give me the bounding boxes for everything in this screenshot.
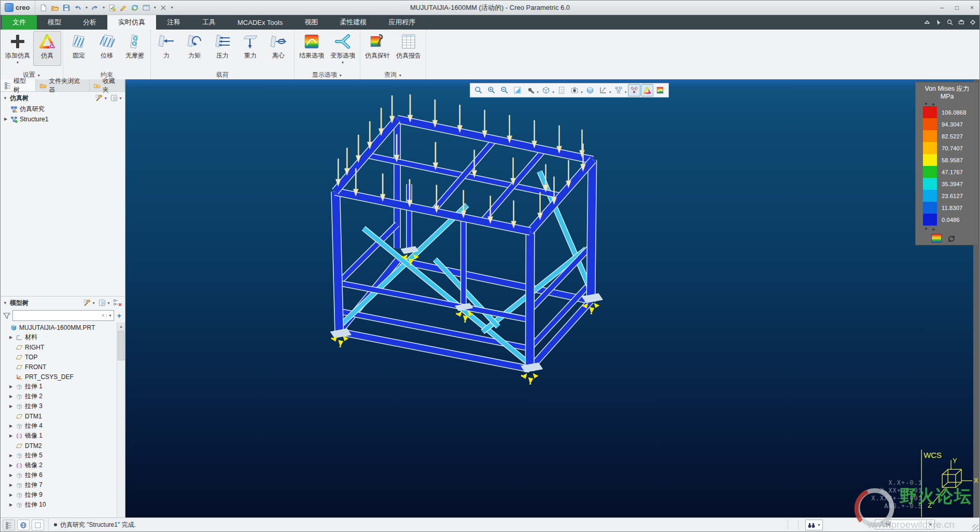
capture-icon[interactable] xyxy=(568,84,581,96)
expand-caret[interactable]: ▶ xyxy=(9,433,13,438)
sim-study-item[interactable]: 仿真研究 xyxy=(1,104,125,114)
model-tree-collapse-icon[interactable]: ▼ xyxy=(3,301,7,305)
legend-scroll-down-icon[interactable]: ▼ xyxy=(924,227,928,231)
tab-applications[interactable]: 应用程序 xyxy=(377,15,426,30)
displacement-constraint-button[interactable]: 位移 xyxy=(93,31,121,66)
simulation-probe-button[interactable]: 仿真探针 xyxy=(362,31,393,66)
saved-views-icon[interactable] xyxy=(540,84,552,96)
fixed-constraint-button[interactable]: 固定 xyxy=(65,31,93,66)
datum-display-icon[interactable] xyxy=(597,84,609,96)
undo-dropdown[interactable]: ▼ xyxy=(85,6,88,9)
tab-model-tree[interactable]: 模型树 xyxy=(1,79,36,91)
tab-model[interactable]: 模型 xyxy=(37,15,72,30)
spin-center-icon[interactable] xyxy=(524,84,537,96)
moment-load-button[interactable]: 力矩 xyxy=(180,31,208,66)
zoom-out-icon[interactable] xyxy=(498,84,511,96)
filter-funnel-icon[interactable] xyxy=(3,312,11,320)
expand-caret[interactable]: ▶ xyxy=(4,117,8,121)
tab-flexible-modeling[interactable]: 柔性建模 xyxy=(329,15,377,30)
window-dropdown[interactable]: ▼ xyxy=(153,6,157,9)
annotation-display-icon[interactable] xyxy=(612,84,625,96)
legend-refresh-icon[interactable] xyxy=(947,234,956,243)
display-style-icon[interactable] xyxy=(584,84,596,96)
selection-filter-dropdown[interactable]: 几何 ▼ xyxy=(875,520,935,529)
minimize-button[interactable]: – xyxy=(934,1,949,15)
tab-file[interactable]: 文件 xyxy=(2,15,37,30)
tab-mcadex-tools[interactable]: MCADEx Tools xyxy=(227,15,293,30)
expand-caret[interactable]: ▶ xyxy=(9,502,13,507)
print-icon[interactable] xyxy=(958,19,965,26)
tab-folder-browser[interactable]: 文件夹浏览器 xyxy=(36,79,90,91)
sim-structure-item[interactable]: ▶ Structure1 xyxy=(1,114,125,124)
simulate-toggle-icon[interactable] xyxy=(641,84,653,96)
expand-caret[interactable]: ▶ xyxy=(9,453,13,458)
connections-button[interactable] xyxy=(130,3,140,13)
tree-filter-input[interactable] xyxy=(13,312,100,319)
tree-item[interactable]: ▶ 镜像 1 xyxy=(1,431,117,441)
tree-item[interactable]: ▶ 拉伸 6 xyxy=(1,470,117,480)
tab-analysis[interactable]: 分析 xyxy=(72,15,107,30)
pressure-load-button[interactable]: 压力 xyxy=(208,31,236,66)
add-simulation-dropdown[interactable]: ▼ xyxy=(16,61,20,65)
redo-dropdown[interactable]: ▼ xyxy=(102,6,105,9)
browser-toggle-button[interactable] xyxy=(17,520,30,530)
tab-annotate[interactable]: 注释 xyxy=(156,15,191,30)
expand-caret[interactable]: ▶ xyxy=(9,394,13,399)
tree-item[interactable]: ▶ 镜像 2 xyxy=(1,460,117,470)
filter-dropdown[interactable]: ▼ xyxy=(106,314,114,317)
resize-grip[interactable] xyxy=(972,524,978,530)
sim-display-icon[interactable] xyxy=(628,84,640,96)
navigator-toggle-button[interactable] xyxy=(3,520,15,530)
model-tree-filter-button[interactable]: ▼ xyxy=(83,299,95,307)
tree-item[interactable]: ▶ FRONT xyxy=(1,362,117,372)
repaint-icon[interactable] xyxy=(511,84,524,96)
legend-scroll-up-icon[interactable]: ▲ xyxy=(931,102,935,106)
legend-scroll-up-icon[interactable]: ▲ xyxy=(931,227,935,231)
force-load-button[interactable]: 力 xyxy=(152,31,180,66)
window-switch-button[interactable] xyxy=(141,3,151,13)
selection-filter-caret[interactable]: ▼ xyxy=(926,520,934,529)
creo-logo[interactable]: creo xyxy=(1,1,35,15)
simulate-button[interactable]: 仿真 xyxy=(33,31,61,66)
fringe-icon[interactable] xyxy=(654,84,666,96)
add-filter-button[interactable]: + xyxy=(116,312,123,320)
tree-item[interactable]: ▶ TOP xyxy=(1,352,117,362)
tab-favorites[interactable]: 收藏夹 xyxy=(90,79,125,91)
tree-item[interactable]: ▶ 拉伸 5 xyxy=(1,451,117,460)
expand-caret[interactable]: ▶ xyxy=(9,384,13,389)
zoom-window-icon[interactable] xyxy=(472,84,485,96)
group-label-display-options[interactable]: 显示选项 ▼ xyxy=(296,70,358,80)
expand-caret[interactable]: ▶ xyxy=(9,493,13,497)
scroll-thumb[interactable] xyxy=(118,331,124,360)
tree-item[interactable]: ▶ DTM2 xyxy=(1,441,117,451)
collapse-ribbon-icon[interactable] xyxy=(923,19,931,26)
sim-tree-collapse-icon[interactable]: ▼ xyxy=(3,96,7,101)
tree-item[interactable]: ▶ RIGHT xyxy=(1,342,117,352)
tree-item[interactable]: ▶ 拉伸 3 xyxy=(1,401,117,411)
open-file-button[interactable] xyxy=(50,3,60,13)
tree-item[interactable]: ▶ DTM1 xyxy=(1,411,117,421)
model-check-button[interactable] xyxy=(107,3,117,13)
deformation-options-button[interactable]: 变形选项 ▼ xyxy=(327,31,358,66)
tab-tools[interactable]: 工具 xyxy=(191,15,227,30)
expand-caret[interactable]: ▶ xyxy=(9,335,13,340)
view-manager-icon[interactable] xyxy=(555,84,568,96)
tab-live-simulation[interactable]: 实时仿真 xyxy=(107,15,156,30)
tree-item[interactable]: ▶ 拉伸 9 xyxy=(1,490,117,500)
save-button[interactable] xyxy=(61,3,72,13)
legend-scroll-down-icon[interactable]: ▼ xyxy=(924,102,928,106)
centrifugal-load-button[interactable]: 离心 xyxy=(264,31,292,66)
tab-view[interactable]: 视图 xyxy=(293,15,329,30)
frictionless-constraint-button[interactable]: 无摩擦 xyxy=(121,31,149,66)
sim-tree-settings-button[interactable]: ▼ xyxy=(110,94,122,102)
group-label-query[interactable]: 查询 ▼ xyxy=(362,70,424,80)
tree-item[interactable]: ▶ PRT_CSYS_DEF xyxy=(1,372,117,382)
tree-item[interactable]: ▶ 材料 xyxy=(1,332,117,342)
expand-caret[interactable]: ▶ xyxy=(9,463,13,468)
add-simulation-button[interactable]: 添加仿真 ▼ xyxy=(2,31,33,66)
clear-filter-icon[interactable]: × xyxy=(100,313,106,318)
close-button[interactable]: × xyxy=(964,1,979,15)
scroll-up-icon[interactable]: ▲ xyxy=(117,323,125,331)
sim-tree-filter-button[interactable]: ▼ xyxy=(95,94,107,102)
model-tree-scrollbar[interactable]: ▲ xyxy=(117,323,125,518)
